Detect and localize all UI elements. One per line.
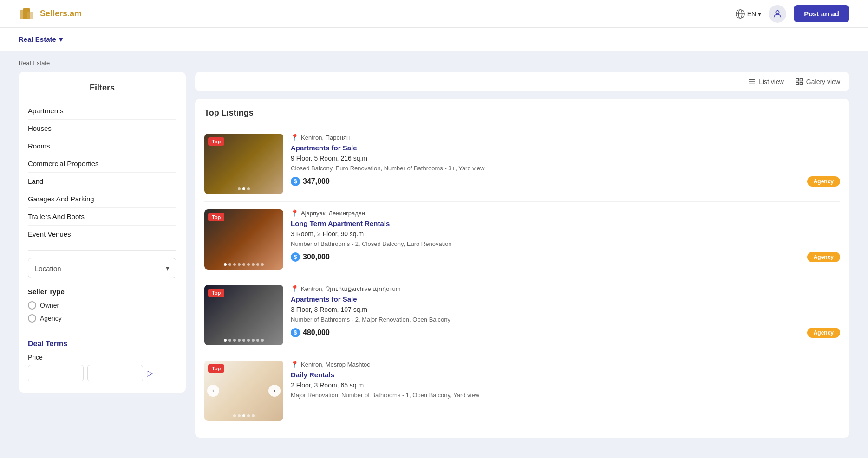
language-button[interactable]: EN ▾ [735, 9, 761, 19]
listing-location-2: 📍 Kentron, Չյուրաքarchive պողoтum [291, 285, 840, 292]
listing-price-1: $ 300,000 [291, 252, 330, 262]
logo-text: Sellers.am [40, 9, 82, 19]
listing-specs-3: 2 Floor, 3 Room, 65 sq.m [291, 381, 840, 389]
listing-specs-0: 9 Floor, 5 Room, 216 sq.m [291, 155, 840, 162]
view-toggle: List view Galery view [195, 72, 849, 91]
listing-price-0: $ 347,000 [291, 177, 330, 186]
location-dropdown[interactable]: Location ▾ [28, 258, 176, 278]
dot-1 [238, 414, 241, 417]
listing-image-1: Top [204, 209, 283, 270]
svg-rect-11 [800, 78, 802, 81]
list-view-label: List view [759, 78, 784, 85]
filter-divider [28, 250, 176, 251]
category-item-5[interactable]: Garages And Parking [28, 190, 176, 208]
dot-0 [224, 263, 227, 266]
radio-circle-0 [28, 301, 36, 310]
dot-5 [247, 263, 250, 266]
listing-title-1[interactable]: Long Term Apartment Rentals [291, 219, 840, 227]
top-badge-1: Top [208, 213, 224, 221]
price-from-input[interactable] [28, 365, 84, 381]
top-badge-3: Top [208, 364, 224, 373]
dot-3 [247, 414, 250, 417]
listing-title-3[interactable]: Daily Rentals [291, 371, 840, 379]
category-item-4[interactable]: Land [28, 173, 176, 190]
header-right: EN ▾ Post an ad [735, 5, 849, 23]
agency-badge-1: Agency [807, 252, 840, 262]
post-ad-button[interactable]: Post an ad [794, 5, 849, 22]
listing-card-0: Top 📍 Kentron, Паронян Apartments for Sa… [204, 126, 840, 202]
dot-5 [247, 339, 250, 342]
price-inputs: ▷ [28, 365, 176, 381]
radio-circle-1 [28, 314, 36, 323]
filter-divider-2 [28, 330, 176, 330]
dot-6 [252, 263, 255, 266]
listing-footer-1: $ 300,000 Agency [291, 252, 840, 262]
categories-list: ApartmentsHousesRoomsCommercial Properti… [28, 102, 176, 243]
dollar-icon-1: $ [291, 252, 300, 262]
listing-image-2: Top [204, 285, 283, 345]
svg-rect-10 [796, 78, 798, 81]
listings-list: Top 📍 Kentron, Паронян Apartments for Sa… [204, 126, 840, 428]
location-text-3: Kentron, Mesrop Mashtoc [301, 361, 370, 368]
gallery-view-option[interactable]: Galery view [795, 77, 840, 86]
category-item-3[interactable]: Commercial Properties [28, 155, 176, 173]
seller-option-label-0: Owner [40, 302, 59, 309]
list-view-icon [748, 77, 756, 86]
user-profile-button[interactable] [769, 5, 786, 23]
dot-4 [242, 263, 245, 266]
price-to-input[interactable] [87, 365, 143, 381]
listing-details-2: 📍 Kentron, Չյուրաքarchive պողoтum Apartm… [291, 285, 840, 345]
price-submit-icon: ▷ [147, 368, 153, 378]
category-item-2[interactable]: Rooms [28, 137, 176, 155]
listing-features-1: Number of Bathrooms - 2, Closed Balcony,… [291, 240, 840, 247]
next-image-button[interactable]: › [268, 385, 281, 397]
listing-card-1: Top 📍 Аjарпуак, Ленинградян Long Term Ap… [204, 202, 840, 277]
listing-title-0[interactable]: Apartments for Sale [291, 144, 840, 152]
seller-option-label-1: Agency [40, 315, 62, 322]
dot-7 [256, 339, 259, 342]
nav-real-estate[interactable]: Real Estate ▾ [19, 35, 63, 44]
location-text-0: Kentron, Паронян [301, 134, 350, 141]
dot-8 [261, 263, 264, 266]
nav-category-label: Real Estate [19, 35, 56, 43]
listing-location-3: 📍 Kentron, Mesrop Mashtoc [291, 361, 840, 368]
category-item-7[interactable]: Event Venues [28, 226, 176, 243]
pin-icon-2: 📍 [291, 285, 299, 292]
seller-type-section: Seller Type Owner Agency [28, 288, 176, 323]
dot-0 [233, 414, 236, 417]
listing-footer-2: $ 480,000 Agency [291, 328, 840, 338]
listing-details-1: 📍 Аjарпуак, Ленинградян Long Term Apartm… [291, 209, 840, 270]
image-dots-3 [204, 414, 283, 417]
listing-features-2: Number of Bathrooms - 2, Major Renovatio… [291, 316, 840, 323]
svg-rect-2 [27, 12, 33, 19]
logo-icon [19, 6, 35, 22]
nav-chevron: ▾ [59, 35, 63, 44]
globe-icon [735, 9, 745, 19]
location-text-2: Kentron, Չյուրաքarchive պողoтum [301, 285, 401, 292]
dot-3 [238, 339, 241, 342]
location-text-1: Аjарпуак, Ленинградян [301, 210, 365, 217]
seller-option-1[interactable]: Agency [28, 314, 176, 323]
category-item-6[interactable]: Trailers And Boots [28, 208, 176, 226]
listing-specs-2: 3 Floor, 3 Room, 107 sq.m [291, 306, 840, 313]
prev-image-button[interactable]: ‹ [207, 385, 219, 397]
price-submit-button[interactable]: ▷ [147, 368, 153, 378]
dot-0 [238, 187, 241, 190]
seller-option-0[interactable]: Owner [28, 301, 176, 310]
category-item-1[interactable]: Houses [28, 120, 176, 137]
seller-options-list: Owner Agency [28, 301, 176, 323]
list-view-option[interactable]: List view [748, 77, 784, 86]
dollar-icon-0: $ [291, 177, 300, 186]
category-item-0[interactable]: Apartments [28, 102, 176, 120]
dot-2 [233, 339, 236, 342]
header: Sellers.am EN ▾ Post an ad [0, 0, 868, 28]
location-label: Location [35, 264, 61, 272]
price-value-1: 300,000 [303, 253, 330, 261]
gallery-view-icon [795, 77, 803, 86]
top-badge-2: Top [208, 289, 224, 297]
price-label: Price [28, 354, 176, 361]
listing-price-2: $ 480,000 [291, 328, 330, 337]
listing-details-3: 📍 Kentron, Mesrop Mashtoc Daily Rentals … [291, 361, 840, 421]
listing-title-2[interactable]: Apartments for Sale [291, 295, 840, 303]
pin-icon-1: 📍 [291, 209, 299, 217]
